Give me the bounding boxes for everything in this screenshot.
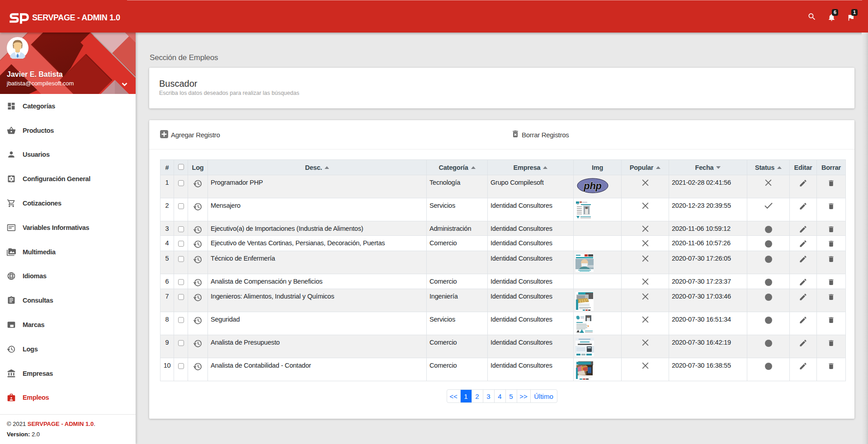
svg-text:php: php xyxy=(583,180,602,192)
